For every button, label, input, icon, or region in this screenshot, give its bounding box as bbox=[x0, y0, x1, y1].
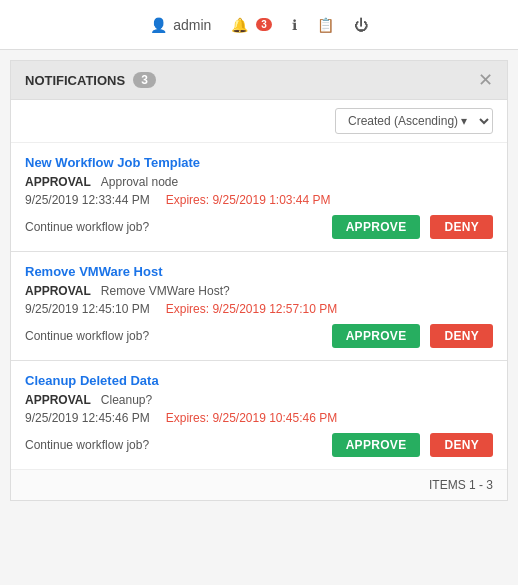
power-icon: ⏻ bbox=[354, 17, 368, 33]
notifications-nav[interactable]: 🔔 3 bbox=[231, 17, 272, 33]
power-nav[interactable]: ⏻ bbox=[354, 17, 368, 33]
notif-question-2: Continue workflow job? bbox=[25, 329, 149, 343]
notif-meta-1: APPROVAL Approval node bbox=[25, 175, 493, 189]
notif-expires-1: Expires: 9/25/2019 1:03:44 PM bbox=[166, 193, 331, 207]
user-icon: 👤 bbox=[150, 17, 167, 33]
notif-actions-3: Continue workflow job? APPROVE DENY bbox=[25, 433, 493, 457]
notif-title-2[interactable]: Remove VMWare Host bbox=[25, 264, 493, 279]
info-nav[interactable]: ℹ bbox=[292, 17, 297, 33]
notif-expires-2: Expires: 9/25/2019 12:57:10 PM bbox=[166, 302, 337, 316]
notif-question-1: Continue workflow job? bbox=[25, 220, 149, 234]
user-menu[interactable]: 👤 admin bbox=[150, 17, 211, 33]
notification-item-3: Cleanup Deleted Data APPROVAL Cleanup? 9… bbox=[11, 361, 507, 469]
deny-button-2[interactable]: DENY bbox=[430, 324, 493, 348]
notif-date-2: 9/25/2019 12:45:10 PM bbox=[25, 302, 150, 316]
admin-label: admin bbox=[173, 17, 211, 33]
top-nav: 👤 admin 🔔 3 ℹ 📋 ⏻ bbox=[0, 0, 518, 50]
notification-item-1: New Workflow Job Template APPROVAL Appro… bbox=[11, 143, 507, 252]
clipboard-icon: 📋 bbox=[317, 17, 334, 33]
notifications-count: 3 bbox=[133, 72, 156, 88]
notif-date-3: 9/25/2019 12:45:46 PM bbox=[25, 411, 150, 425]
notification-item-2: Remove VMWare Host APPROVAL Remove VMWar… bbox=[11, 252, 507, 361]
sort-select[interactable]: Created (Ascending) ▾ bbox=[335, 108, 493, 134]
info-icon: ℹ bbox=[292, 17, 297, 33]
approve-button-3[interactable]: APPROVE bbox=[332, 433, 421, 457]
notifications-panel: NOTIFICATIONS 3 ✕ Created (Ascending) ▾ … bbox=[10, 60, 508, 501]
close-button[interactable]: ✕ bbox=[478, 71, 493, 89]
notif-question-3: Continue workflow job? bbox=[25, 438, 149, 452]
bell-icon: 🔔 bbox=[231, 17, 248, 33]
notif-label-2: APPROVAL bbox=[25, 284, 91, 298]
notification-badge: 3 bbox=[256, 18, 272, 31]
approve-button-1[interactable]: APPROVE bbox=[332, 215, 421, 239]
notif-expires-3: Expires: 9/25/2019 10:45:46 PM bbox=[166, 411, 337, 425]
notif-actions-1: Continue workflow job? APPROVE DENY bbox=[25, 215, 493, 239]
notif-meta-3: APPROVAL Cleanup? bbox=[25, 393, 493, 407]
notif-desc-2: Remove VMWare Host? bbox=[101, 284, 230, 298]
deny-button-3[interactable]: DENY bbox=[430, 433, 493, 457]
notif-title-3[interactable]: Cleanup Deleted Data bbox=[25, 373, 493, 388]
notif-dates-2: 9/25/2019 12:45:10 PM Expires: 9/25/2019… bbox=[25, 302, 493, 316]
clipboard-nav[interactable]: 📋 bbox=[317, 17, 334, 33]
approve-button-2[interactable]: APPROVE bbox=[332, 324, 421, 348]
notif-label-3: APPROVAL bbox=[25, 393, 91, 407]
sort-bar: Created (Ascending) ▾ bbox=[11, 100, 507, 143]
notif-label-1: APPROVAL bbox=[25, 175, 91, 189]
notifications-footer: ITEMS 1 - 3 bbox=[11, 469, 507, 500]
notifications-title: NOTIFICATIONS 3 bbox=[25, 72, 156, 88]
notif-desc-1: Approval node bbox=[101, 175, 178, 189]
deny-button-1[interactable]: DENY bbox=[430, 215, 493, 239]
notif-desc-3: Cleanup? bbox=[101, 393, 152, 407]
notif-meta-2: APPROVAL Remove VMWare Host? bbox=[25, 284, 493, 298]
items-count: ITEMS 1 - 3 bbox=[429, 478, 493, 492]
notif-title-1[interactable]: New Workflow Job Template bbox=[25, 155, 493, 170]
notif-actions-2: Continue workflow job? APPROVE DENY bbox=[25, 324, 493, 348]
notifications-list: New Workflow Job Template APPROVAL Appro… bbox=[11, 143, 507, 469]
notif-date-1: 9/25/2019 12:33:44 PM bbox=[25, 193, 150, 207]
notif-dates-1: 9/25/2019 12:33:44 PM Expires: 9/25/2019… bbox=[25, 193, 493, 207]
notifications-header: NOTIFICATIONS 3 ✕ bbox=[11, 61, 507, 100]
notifications-label: NOTIFICATIONS bbox=[25, 73, 125, 88]
notif-dates-3: 9/25/2019 12:45:46 PM Expires: 9/25/2019… bbox=[25, 411, 493, 425]
